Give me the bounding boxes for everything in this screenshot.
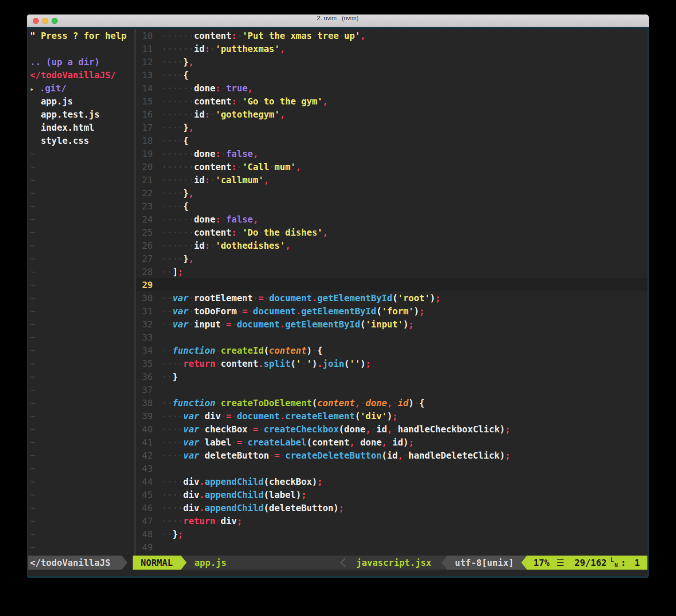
line-number: 32 — [135, 318, 162, 331]
code-line[interactable]: 16······id:·'gotothegym', — [135, 108, 647, 121]
code-text: ····var·deleteButton·=·createDeleteButto… — [162, 449, 511, 462]
code-text: ····}, — [162, 252, 194, 265]
tree-item-style-css[interactable]: style.css — [30, 134, 135, 147]
line-number: 21 — [135, 173, 162, 186]
code-line[interactable]: 31··var·toDoForm·=·document.getElementBy… — [135, 304, 647, 318]
code-line[interactable]: 43 — [135, 462, 647, 475]
code-line[interactable]: 24······done:·false, — [135, 213, 647, 226]
code-line[interactable]: 20······content:·'Call·mum', — [135, 160, 647, 173]
line-number: 49 — [135, 541, 162, 554]
tilde-line: ~ — [30, 173, 135, 186]
line-number: 19 — [135, 147, 162, 160]
code-line[interactable]: 23····{ — [135, 200, 647, 213]
code-line[interactable]: 38··function·createToDoElement(content,·… — [135, 396, 647, 409]
file-tree[interactable]: " Press ? for help.. (up a dir)</todoVan… — [28, 29, 135, 556]
zoom-button[interactable] — [52, 18, 58, 24]
tilde-line: ~ — [30, 147, 135, 160]
line-number: 48 — [135, 527, 162, 541]
code-line[interactable]: 27····}, — [135, 252, 647, 265]
code-line[interactable]: 17····}, — [135, 121, 647, 134]
code-text: ··var·input·=·document.getElementById('i… — [162, 318, 414, 331]
code-text: ······done:·false, — [162, 147, 258, 160]
code-line[interactable]: 10······content:·'Put·the·xmas·tree·up', — [135, 29, 647, 42]
line-number: 43 — [135, 462, 162, 475]
window-title: 2. nvim . (nvim) — [27, 15, 649, 22]
code-line[interactable]: 12····}, — [135, 55, 647, 68]
code-line[interactable]: 42····var·deleteButton·=·createDeleteBut… — [135, 449, 647, 462]
code-line[interactable]: 33 — [135, 331, 647, 344]
powerline-separator-icon — [181, 556, 187, 570]
code-line[interactable]: 30··var·rootElement·=·document.getElemen… — [135, 291, 647, 304]
line-number-icon: LN — [610, 556, 618, 569]
tilde-line: ~ — [30, 213, 135, 226]
code-line[interactable]: 11······id:·'putthexmas', — [135, 42, 647, 55]
powerline-separator-icon — [521, 556, 527, 570]
code-line[interactable]: 28··]; — [135, 265, 647, 278]
powerline-separator-icon — [122, 556, 128, 570]
code-line[interactable]: 29 — [135, 278, 647, 291]
code-text: ··var·toDoForm·=·document.getElementById… — [162, 304, 425, 318]
code-line[interactable]: 14······done:·true, — [135, 82, 647, 95]
code-line[interactable]: 45····div.appendChild(label); — [135, 488, 647, 501]
tilde-line: ~ — [30, 160, 135, 173]
code-line[interactable]: 19······done:·false, — [135, 147, 647, 160]
tree-item-git[interactable]: ▸ .git/ — [30, 82, 135, 95]
code-line[interactable]: 22····}, — [135, 186, 647, 200]
vim-screen: " Press ? for help.. (up a dir)</todoVan… — [28, 29, 647, 576]
code-text: ····var·label·=·createLabel(content,·don… — [162, 436, 414, 449]
code-line[interactable]: 35····return·content.split('·').join('')… — [135, 357, 647, 370]
code-text: ····div.appendChild(checkBox); — [162, 475, 323, 488]
tree-up-dir[interactable]: .. (up a dir) — [30, 55, 135, 68]
scroll-percent: 17% — [533, 556, 549, 570]
code-line[interactable]: 36··} — [135, 370, 647, 383]
editor[interactable]: 10······content:·'Put·the·xmas·tree·up',… — [135, 29, 647, 556]
code-line[interactable]: 41····var·label·=·createLabel(content,·d… — [135, 436, 647, 449]
code-line[interactable]: 25······content:·'Do·the·dishes', — [135, 226, 647, 239]
command-line[interactable] — [28, 570, 647, 576]
tilde-line: ~ — [30, 501, 135, 514]
code-line[interactable]: 40····var·checkBox·=·createCheckbox(done… — [135, 423, 647, 436]
code-line[interactable]: 26······id:·'dothedishes', — [135, 239, 647, 252]
code-line[interactable]: 21······id:·'callmum', — [135, 173, 647, 186]
tilde-line: ~ — [30, 396, 135, 409]
powerline-separator-icon — [442, 556, 447, 570]
tree-item-app-test-js[interactable]: app.test.js — [30, 108, 135, 121]
tree-root[interactable]: </todoVanillaJS/ — [30, 68, 135, 82]
code-line[interactable]: 48··}; — [135, 527, 647, 541]
minimize-button[interactable] — [42, 18, 48, 24]
line-number: 17 — [135, 121, 162, 134]
code-line[interactable]: 47····return·div; — [135, 514, 647, 527]
code-text: ····{ — [162, 134, 188, 147]
line-number: 31 — [135, 304, 162, 318]
code-text: ··function·createToDoElement(content,·do… — [162, 396, 425, 409]
chevron-left-icon — [340, 558, 349, 567]
code-line[interactable]: 49 — [135, 541, 647, 554]
line-number: 36 — [135, 370, 162, 383]
tree-item-index-html[interactable]: index.html — [30, 121, 135, 134]
code-line[interactable]: 37 — [135, 383, 647, 396]
code-line[interactable]: 46····div.appendChild(deleteButton); — [135, 501, 647, 514]
titlebar[interactable]: 2. nvim . (nvim) — [27, 15, 649, 27]
tilde-line: ~ — [30, 304, 135, 318]
tree-item-app-js[interactable]: app.js — [30, 95, 135, 108]
terminal-window: 2. nvim . (nvim) " Press ? for help.. (u… — [27, 15, 649, 578]
tilde-line: ~ — [30, 488, 135, 501]
code-line[interactable]: 39····var·div·=·document.createElement('… — [135, 409, 647, 423]
code-line[interactable]: 44····div.appendChild(checkBox); — [135, 475, 647, 488]
tilde-line: ~ — [30, 239, 135, 252]
code-text: ····return·content.split('·').join(''); — [162, 357, 371, 370]
tilde-line: ~ — [30, 449, 135, 462]
statusline-filetype: javascript.jsx — [356, 556, 431, 570]
cursor-column: 1 — [635, 556, 640, 570]
code-line[interactable]: 34··function·createId(content)·{ — [135, 344, 647, 357]
vim-main-area: " Press ? for help.. (up a dir)</todoVan… — [28, 29, 647, 556]
code-line[interactable]: 18····{ — [135, 134, 647, 147]
code-text: ····var·div·=·document.createElement('di… — [162, 409, 398, 423]
close-button[interactable] — [33, 18, 39, 24]
code-text: ······content:·'Do·the·dishes', — [162, 226, 328, 239]
code-line[interactable]: 15······content:·'Go·to·the·gym', — [135, 95, 647, 108]
tilde-line: ~ — [30, 226, 135, 239]
code-line[interactable]: 32··var·input·=·document.getElementById(… — [135, 318, 647, 331]
cursor-line-total: 29/162 — [574, 556, 607, 570]
code-line[interactable]: 13····{ — [135, 68, 647, 82]
